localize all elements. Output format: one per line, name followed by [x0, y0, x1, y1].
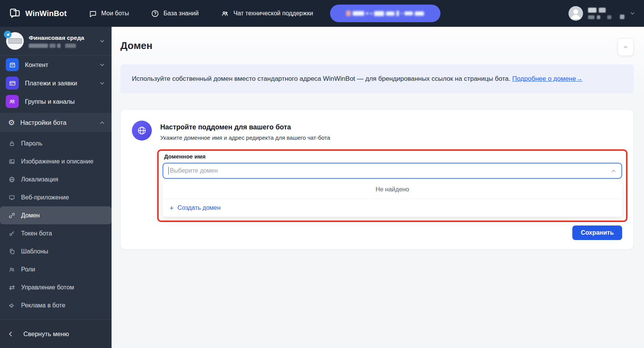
plus-icon: +: [169, 204, 174, 212]
sidebar-item-domain[interactable]: Домен: [0, 206, 112, 224]
main-content: Домен Используйте собственный домен вмес…: [112, 27, 644, 348]
domain-dropdown: Не найдено + Создать домен: [163, 180, 622, 217]
workspace-switcher[interactable]: Финансовая среда: [0, 27, 112, 56]
redacted-pill-text: [346, 11, 424, 16]
chat-bubble-icon: [89, 10, 97, 18]
info-banner: Используйте собственный домен вместо ста…: [120, 64, 634, 93]
transfer-arrows-icon: ⇄: [8, 284, 16, 291]
sidebar-item-content[interactable]: Контент: [0, 56, 112, 74]
sidebar-section-bot-settings[interactable]: ⚙ Настройки бота: [0, 113, 112, 132]
card-title: Настройте поддомен для вашего бота: [160, 123, 330, 131]
sidebar-item-label: Токен бота: [21, 230, 52, 237]
domain-select-input[interactable]: [163, 163, 622, 179]
lock-icon: [8, 140, 16, 147]
annotation-highlight-box: Доменное имя Не найдено + Создать домен: [157, 149, 628, 222]
brand-name: WinWinBot: [25, 9, 67, 18]
topbar-nav-label: База знаний: [163, 10, 199, 17]
create-domain-label: Создать домен: [177, 204, 220, 211]
sidebar-item-payments[interactable]: Платежи и заявки: [0, 74, 112, 92]
topbar: WinWinBot Мои боты База знаний: [0, 0, 644, 27]
sidebar-item-label: Контент: [25, 61, 48, 69]
collapse-menu-label: Свернуть меню: [23, 330, 69, 338]
group-people-icon: [6, 95, 19, 108]
sidebar-item-label: Шаблоны: [21, 248, 48, 255]
bot-settings-submenu: Пароль Изображение и описание Локализаци…: [0, 132, 112, 332]
promo-pill-button[interactable]: [330, 5, 440, 22]
sidebar-item-bot-token[interactable]: Токен бота: [0, 224, 112, 242]
redacted-username: [588, 8, 624, 19]
sidebar: Финансовая среда Контент: [0, 27, 112, 348]
topbar-nav-my-bots[interactable]: Мои боты: [89, 10, 129, 18]
sidebar-item-image-description[interactable]: Изображение и описание: [0, 152, 112, 170]
globe-icon: [8, 176, 16, 183]
sidebar-item-label: Изображение и описание: [21, 158, 94, 165]
chevron-down-icon: [99, 80, 105, 87]
copy-icon: [8, 248, 16, 255]
sidebar-item-label: Группы и каналы: [25, 98, 75, 105]
dropdown-empty-state: Не найдено: [163, 180, 622, 199]
topbar-nav-label: Чат технической поддержки: [233, 10, 313, 17]
sidebar-item-label: Реклама в боте: [21, 302, 65, 309]
card-actions: Сохранить: [132, 225, 622, 240]
support-people-icon: [221, 9, 229, 18]
workspace-avatar: [6, 32, 24, 50]
chevron-down-icon: [99, 38, 105, 44]
chevron-up-icon: [623, 44, 629, 50]
sidebar-item-roles[interactable]: Роли: [0, 260, 112, 278]
sidebar-item-label: Домен: [21, 212, 40, 219]
workspace-title: Финансовая среда: [29, 34, 84, 41]
key-icon: [8, 230, 16, 237]
topbar-nav-support-chat[interactable]: Чат технической поддержки: [221, 9, 313, 18]
topbar-nav-label: Мои боты: [101, 10, 129, 17]
card-header: Настройте поддомен для вашего бота Укажи…: [132, 121, 622, 141]
sidebar-item-bot-management[interactable]: ⇄ Управление ботом: [0, 278, 112, 296]
user-menu[interactable]: [568, 6, 636, 21]
collapse-panel-button[interactable]: [618, 38, 634, 56]
chevron-left-icon: [7, 330, 14, 338]
sidebar-item-label: Локализация: [21, 176, 58, 183]
sidebar-item-groups[interactable]: Группы и каналы: [0, 92, 112, 111]
chevron-down-icon: [629, 10, 636, 16]
sidebar-section-label: Настройки бота: [20, 119, 66, 126]
sidebar-item-label: Управление ботом: [21, 284, 74, 291]
question-circle-icon: [151, 10, 159, 18]
domain-select-wrapper: [163, 163, 622, 179]
winwinbot-logo-icon: [9, 8, 21, 19]
sidebar-item-bot-ads[interactable]: Реклама в боте: [0, 296, 112, 314]
card-subtitle: Укажите доменное имя и адрес редиректа д…: [160, 134, 330, 141]
chevron-down-icon: [99, 62, 105, 68]
arrow-right-icon: →: [576, 75, 583, 82]
brand[interactable]: WinWinBot: [9, 8, 67, 19]
sidebar-item-label: Платежи и заявки: [25, 80, 77, 87]
create-domain-option[interactable]: + Создать домен: [163, 199, 622, 217]
sidebar-item-localization[interactable]: Локализация: [0, 170, 112, 188]
page-header: Домен: [120, 38, 634, 56]
users-icon: [8, 266, 16, 273]
sidebar-item-webapp[interactable]: Веб-приложение: [0, 188, 112, 206]
subdomain-card: Настройте поддомен для вашего бота Укажи…: [120, 109, 634, 250]
gear-icon: ⚙: [7, 119, 16, 126]
image-icon: [8, 158, 16, 165]
megaphone-icon: [8, 302, 16, 309]
sidebar-item-label: Веб-приложение: [21, 194, 69, 201]
save-button[interactable]: Сохранить: [572, 225, 622, 240]
chevron-up-icon: [99, 119, 105, 126]
topbar-nav-knowledge-base[interactable]: База знаний: [151, 10, 199, 18]
content-box-icon: [6, 58, 19, 71]
sidebar-item-label: Пароль: [21, 140, 43, 147]
credit-card-icon: [6, 77, 19, 90]
page-title: Домен: [120, 40, 153, 52]
sidebar-item-password[interactable]: Пароль: [0, 134, 112, 152]
sidebar-item-templates[interactable]: Шаблоны: [0, 242, 112, 260]
text-caret: [168, 167, 169, 175]
user-avatar: [568, 6, 583, 21]
domain-info-link[interactable]: Подробнее о домене→: [512, 75, 582, 82]
telegram-badge-icon: [4, 31, 12, 38]
redacted-workspace-subtitle: [29, 44, 84, 48]
link-icon: [8, 212, 16, 219]
sidebar-item-label: Роли: [21, 266, 35, 273]
redacted-workspace-logo: [8, 38, 22, 44]
chevron-up-icon[interactable]: [610, 168, 617, 174]
globe-badge-icon: [132, 121, 152, 141]
collapse-menu-button[interactable]: Свернуть меню: [0, 320, 112, 348]
